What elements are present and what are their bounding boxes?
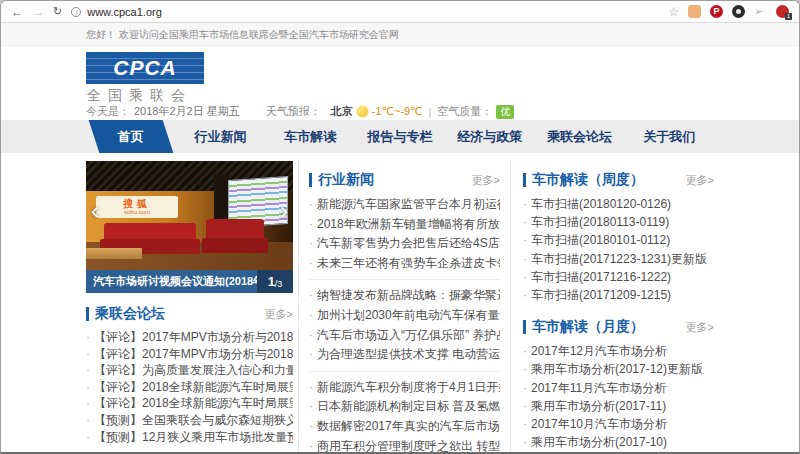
list-item[interactable]: ·数据解密2017年真实的汽车后市场 — [309, 417, 500, 437]
date-weather-row: 今天是：2018年2月2日 星期五 天气预报： 北京 -1℃~-9℃ | 空气质… — [86, 104, 514, 119]
back-icon[interactable]: ← — [11, 6, 23, 18]
carousel-pagination: 1 /3 — [257, 270, 293, 293]
list-item[interactable]: ·纳智捷发布新品牌战略：摒豪华聚运动 新平台对... — [309, 286, 500, 306]
carousel-next-icon[interactable]: › — [280, 199, 288, 223]
nav-item-economy-policy[interactable]: 经济与政策 — [445, 120, 535, 153]
reload-icon[interactable]: ↻ — [53, 5, 62, 18]
list-item[interactable]: ·【预测】全国乘联会与威尔森短期狭义乘用车批... — [86, 412, 293, 429]
url-text[interactable]: www.cpca1.org — [87, 6, 162, 18]
list-item[interactable]: ·新能源汽车积分制度将于4月1日开始实施 — [309, 378, 500, 398]
forum-more-link[interactable]: 更多> — [265, 307, 293, 322]
browser-window: ← → ↻ i www.cpca1.org ☆ P ➢ 1 您好！ 欢迎访问全国… — [0, 0, 800, 454]
list-item[interactable]: ·未来三年还将有强势车企杀进皮卡领域 — [309, 254, 500, 274]
news-section-title: 行业新闻 — [318, 171, 374, 189]
monthly-more-link[interactable]: 更多> — [686, 320, 714, 335]
extension-icon-3[interactable] — [732, 5, 745, 18]
temperature-value: -1℃~-9℃ — [372, 105, 423, 118]
news-list-group-1: ·新能源汽车国家监管平台本月初运行 ·2018年欧洲新车销量增幅将有所放缓 ·汽… — [309, 195, 500, 273]
list-item[interactable]: ·【预测】12月狭义乘用车市场批发量预测回顾 — [86, 429, 293, 446]
nav-item-home[interactable]: 首页 — [86, 120, 176, 153]
studio-sign: 搜狐 sohu.com — [96, 196, 178, 218]
weekly-more-link[interactable]: 更多> — [686, 173, 714, 188]
list-item[interactable]: ·加州计划2030年前电动汽车保有量达500万辆 — [309, 306, 500, 326]
site-logo[interactable]: CPCA — [86, 52, 204, 84]
monthly-list: ·2017年12月汽车市场分析 ·乘用车市场分析(2017-12)更新版 ·20… — [523, 342, 714, 454]
list-item[interactable]: ·2017年11月汽车市场分析 — [523, 379, 714, 397]
list-item[interactable]: ·【评论】2017年MPV市场分析与2018年展望（下） — [86, 329, 293, 346]
main-nav: 首页 行业新闻 车市解读 报告与专栏 经济与政策 乘联会论坛 关于我们 — [1, 120, 799, 153]
nav-item-market-analysis[interactable]: 车市解读 — [265, 120, 355, 153]
list-item[interactable]: ·为合理选型提供技术支撑 电动营运货车将有统一... — [309, 345, 500, 365]
list-item[interactable]: ·车市扫描(20171223-1231)更新版 — [523, 250, 714, 268]
list-item[interactable]: ·车市扫描(20171216-1222) — [523, 268, 714, 286]
list-item[interactable]: ·【评论】2017年MPV市场分析与2018年展望（上） — [86, 346, 293, 363]
sign-logo-text: 搜狐 — [123, 198, 151, 209]
address-bar[interactable]: i www.cpca1.org ☆ — [71, 4, 679, 20]
carousel-page-total: /3 — [275, 279, 283, 289]
nav-item-industry-news[interactable]: 行业新闻 — [176, 120, 266, 153]
sign-logo-sub: sohu.com — [124, 209, 150, 216]
news-section-header: 行业新闻 更多> — [309, 171, 500, 189]
bookmark-star-icon[interactable]: ☆ — [668, 5, 679, 19]
air-quality-badge: 优 — [496, 105, 514, 119]
extension-icon-2[interactable]: P — [710, 5, 723, 18]
list-item[interactable]: ·车市扫描(20180113-0119) — [523, 213, 714, 231]
carousel-prev-icon[interactable]: ‹ — [91, 199, 99, 223]
list-item[interactable]: ·商用车积分管理制度呼之欲出 转型升级战拉开帷... — [309, 437, 500, 454]
carousel[interactable]: 搜狐 sohu.com ‹ › 汽车市场研讨视频会议通知(2018年2月 1 — [86, 161, 293, 293]
list-item[interactable]: ·【评论】为高质量发展注入信心和力量——点评... — [86, 362, 293, 379]
list-item[interactable]: ·2018年欧洲新车销量增幅将有所放缓 — [309, 215, 500, 235]
list-item[interactable]: ·日本新能源机构制定目标 普及氢燃料汽车 — [309, 397, 500, 417]
masthead: CPCA 全国乘联会 今天是：2018年2月2日 星期五 天气预报： 北京 -1… — [1, 46, 799, 120]
list-item[interactable]: ·乘用车市场分析(2017-12)更新版 — [523, 360, 714, 378]
welcome-bar: 您好！ 欢迎访问全国乘用车市场信息联席会暨全国汽车市场研究会官网 — [1, 23, 799, 46]
sun-icon — [357, 106, 368, 117]
extension-icon-4[interactable]: ➢ — [754, 5, 767, 18]
list-item[interactable]: ·新能源汽车国家监管平台本月初运行 — [309, 195, 500, 215]
list-item[interactable]: ·汽车后市场迈入“万亿俱乐部” 养护品牌竞争进... — [309, 326, 500, 346]
weekly-section-title: 车市解读（周度） — [532, 171, 644, 189]
forum-list: ·【评论】2017年MPV市场分析与2018年展望（下） ·【评论】2017年M… — [86, 329, 293, 445]
nav-item-reports[interactable]: 报告与专栏 — [355, 120, 445, 153]
list-item[interactable]: ·乘用车市场分析(2017-11) — [523, 397, 714, 415]
nav-item-about[interactable]: 关于我们 — [624, 120, 714, 153]
section-accent-bar — [523, 320, 526, 334]
list-item[interactable]: ·车市扫描(20180120-0126) — [523, 195, 714, 213]
air-quality-label: 空气质量： — [437, 104, 492, 119]
carousel-page-current: 1 — [268, 274, 275, 289]
divider — [309, 371, 500, 372]
carousel-caption[interactable]: 汽车市场研讨视频会议通知(2018年2月 — [86, 270, 257, 293]
browser-toolbar: ← → ↻ i www.cpca1.org ☆ P ➢ 1 — [1, 1, 799, 23]
list-item[interactable]: ·车市扫描(20171209-1215) — [523, 286, 714, 304]
weather-city: 北京 — [331, 104, 353, 119]
list-item[interactable]: ·车市扫描(20180101-0112) — [523, 231, 714, 249]
divider — [309, 279, 500, 280]
date-value: 2018年2月2日 星期五 — [134, 104, 240, 119]
carousel-image: 搜狐 sohu.com ‹ › — [86, 161, 293, 270]
list-item[interactable]: ·【评论】2018全球新能源汽车时局展望（一） — [86, 395, 293, 412]
right-column: 车市解读（周度） 更多> ·车市扫描(20180120-0126) ·车市扫描(… — [511, 159, 714, 454]
section-accent-bar — [86, 307, 89, 321]
weekly-list: ·车市扫描(20180120-0126) ·车市扫描(20180113-0119… — [523, 195, 714, 304]
site-info-icon[interactable]: i — [71, 7, 81, 17]
extension-icon-5[interactable]: 1 — [776, 5, 789, 18]
wooden-table — [86, 248, 142, 259]
list-item[interactable]: ·【评论】2018全球新能源汽车时局展望（二） — [86, 379, 293, 396]
section-accent-bar — [309, 173, 312, 187]
forum-section-title: 乘联会论坛 — [95, 305, 165, 323]
weekly-section-header: 车市解读（周度） 更多> — [523, 171, 714, 189]
forum-section-header: 乘联会论坛 更多> — [86, 305, 293, 323]
news-more-link[interactable]: 更多> — [472, 173, 500, 188]
extension-icon-1[interactable] — [688, 5, 701, 18]
extension-badge: 1 — [785, 13, 792, 20]
nav-item-forum[interactable]: 乘联会论坛 — [535, 120, 625, 153]
left-column: 搜狐 sohu.com ‹ › 汽车市场研讨视频会议通知(2018年2月 1 — [86, 159, 298, 454]
forward-icon[interactable]: → — [32, 6, 44, 18]
monthly-section-header: 车市解读（月度） 更多> — [523, 318, 714, 336]
weather-label: 天气预报： — [266, 104, 321, 119]
list-item[interactable]: ·2017年12月汽车市场分析 — [523, 342, 714, 360]
content-area: 搜狐 sohu.com ‹ › 汽车市场研讨视频会议通知(2018年2月 1 — [86, 153, 714, 454]
list-item[interactable]: ·乘用车市场分析(2017-10) — [523, 433, 714, 451]
list-item[interactable]: ·汽车新零售势力会把售后还给4S店吗？也许并不... — [309, 234, 500, 254]
list-item[interactable]: ·2017年10月汽车市场分析 — [523, 415, 714, 433]
